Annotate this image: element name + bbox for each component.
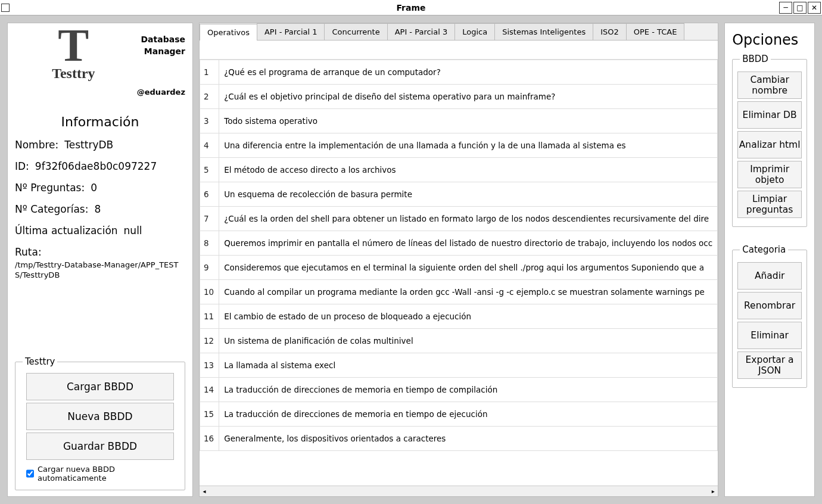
question-text: Una diferencia entre la implementación d…	[219, 133, 718, 158]
save-bbdd-button[interactable]: Guardar BBDD	[26, 433, 174, 460]
table-row[interactable]: 13La llamada al sistema execl	[200, 353, 718, 378]
row-number: 3	[200, 109, 219, 133]
tab-api-parcial-3[interactable]: API - Parcial 3	[387, 23, 456, 40]
new-bbdd-button[interactable]: Nueva BBDD	[26, 403, 174, 430]
a-adir-button[interactable]: Añadir	[737, 262, 802, 290]
load-bbdd-button[interactable]: Cargar BBDD	[26, 373, 174, 400]
tab-ope-tcae[interactable]: OPE - TCAE	[626, 23, 685, 40]
horizontal-scrollbar[interactable]: ◂ ▸	[200, 486, 718, 496]
tab-concurrente[interactable]: Concurrente	[324, 23, 387, 40]
auto-load-row[interactable]: Cargar nueva BBDD automaticamente	[26, 465, 174, 483]
row-number: 1	[200, 60, 219, 85]
info-nq-value: 0	[91, 182, 97, 194]
brand-meta: Database Manager @eduardez	[137, 29, 185, 98]
table-header-spacer	[200, 41, 718, 60]
question-table-wrap[interactable]: 1¿Qué es el programa de arranque de un c…	[200, 41, 718, 486]
question-text: ¿Qué es el programa de arranque de un co…	[219, 60, 718, 85]
categoria-legend: Categoria	[740, 244, 788, 255]
row-number: 14	[200, 378, 219, 402]
question-text: Consideremos que ejecutamos en el termin…	[219, 256, 718, 280]
question-table: 1¿Qué es el programa de arranque de un c…	[200, 60, 718, 451]
tab-logica[interactable]: Logica	[454, 23, 495, 40]
table-row[interactable]: 7¿Cuál es la orden del shell para obtene…	[200, 207, 718, 231]
bbdd-legend: BBDD	[740, 54, 771, 64]
options-heading: Opciones	[732, 32, 807, 48]
table-row[interactable]: 5El método de acceso directo a los archi…	[200, 158, 718, 182]
tab-iso2[interactable]: ISO2	[593, 23, 627, 40]
close-button[interactable]: ✕	[808, 2, 821, 14]
table-row[interactable]: 4Una diferencia entre la implementación …	[200, 133, 718, 158]
minimize-button[interactable]: ─	[779, 2, 792, 14]
info-id-value: 9f32f06dae8b0c097227	[35, 160, 157, 172]
table-row[interactable]: 3Todo sistema operativo	[200, 109, 718, 133]
table-row[interactable]: 12Un sistema de planificación de colas m…	[200, 329, 718, 353]
info-path-label: Ruta:	[15, 246, 42, 258]
auto-load-label: Cargar nueva BBDD automaticamente	[38, 465, 174, 483]
imprimir-objeto-button[interactable]: Imprimir objeto	[737, 161, 802, 188]
question-text: El método de acceso directo a los archiv…	[219, 158, 718, 182]
info-path-value: /tmp/Testtry-Database-Manager/APP_TESTS/…	[15, 260, 185, 281]
table-row[interactable]: 1¿Qué es el programa de arranque de un c…	[200, 60, 718, 85]
scroll-left-icon[interactable]: ◂	[200, 488, 209, 494]
table-row[interactable]: 9Consideremos que ejecutamos en el termi…	[200, 256, 718, 280]
scroll-right-icon[interactable]: ▸	[708, 488, 718, 494]
row-number: 9	[200, 256, 219, 280]
question-text: El cambio de estado de un proceso de blo…	[219, 304, 718, 329]
tab-sistemas-inteligentes[interactable]: Sistemas Inteligentes	[494, 23, 593, 40]
info-upd-label: Última actualización	[15, 225, 118, 237]
table-row[interactable]: 14La traducción de direcciones de memori…	[200, 378, 718, 402]
cambiar-nombre-button[interactable]: Cambiar nombre	[737, 71, 802, 99]
window-icon	[1, 4, 10, 12]
table-row[interactable]: 10Cuando al compilar un programa mediant…	[200, 280, 718, 304]
row-number: 11	[200, 304, 219, 329]
renombrar-button[interactable]: Renombrar	[737, 292, 802, 319]
eliminar-button[interactable]: Eliminar	[737, 322, 802, 349]
row-number: 7	[200, 207, 219, 231]
exportar-a-json-button[interactable]: Exportar a JSON	[737, 351, 802, 379]
table-row[interactable]: 8Queremos imprimir en pantalla el número…	[200, 231, 718, 256]
row-number: 15	[200, 402, 219, 427]
categoria-fieldset: Categoria AñadirRenombrarEliminarExporta…	[732, 250, 807, 388]
window-titlebar: Frame ─ □ ✕	[0, 0, 822, 15]
row-number: 10	[200, 280, 219, 304]
testtry-fieldset: Testtry Cargar BBDD Nueva BBDD Guardar B…	[15, 362, 185, 490]
bbdd-fieldset: BBDD Cambiar nombreEliminar DBAnalizar h…	[732, 59, 807, 227]
info-id-label: ID:	[15, 160, 29, 172]
question-text: Todo sistema operativo	[219, 109, 718, 133]
brand-letter: T	[15, 29, 132, 62]
table-row[interactable]: 6Un esquema de recolección de basura per…	[200, 182, 718, 207]
info-upd-value: null	[124, 225, 142, 237]
window-title: Frame	[396, 3, 425, 13]
question-text: Queremos imprimir en pantalla el número …	[219, 231, 718, 256]
question-text: La traducción de direcciones de memoria …	[219, 378, 718, 402]
limpiar-preguntas-button[interactable]: Limpiar preguntas	[737, 191, 802, 218]
table-row[interactable]: 15La traducción de direcciones de memori…	[200, 402, 718, 427]
info-nc-value: 8	[94, 203, 101, 215]
brand-name: Testtry	[15, 66, 132, 82]
table-row[interactable]: 2¿Cuál es el objetivo principal de diseñ…	[200, 85, 718, 109]
info-heading: Información	[15, 114, 185, 129]
question-text: ¿Cuál es la orden del shell para obtener…	[219, 207, 718, 231]
question-text: Cuando al compilar un programa mediante …	[219, 280, 718, 304]
tab-bar: OperativosAPI - Parcial 1ConcurrenteAPI …	[200, 23, 718, 41]
row-number: 13	[200, 353, 219, 378]
table-row[interactable]: 16Generalmente, los dispositivos orienta…	[200, 427, 718, 451]
tab-api-parcial-1[interactable]: API - Parcial 1	[257, 23, 325, 40]
brand-handle: @eduardez	[137, 87, 185, 98]
question-text: Un esquema de recolección de basura perm…	[219, 182, 718, 207]
table-row[interactable]: 11El cambio de estado de un proceso de b…	[200, 304, 718, 329]
analizar-html-button[interactable]: Analizar html	[737, 131, 802, 158]
info-name-value: TesttryDB	[64, 139, 113, 151]
brand-logo: T Testtry	[15, 29, 132, 82]
row-number: 2	[200, 85, 219, 109]
info-name-label: Nombre:	[15, 139, 58, 151]
auto-load-checkbox[interactable]	[26, 469, 34, 478]
question-text: Un sistema de planificación de colas mul…	[219, 329, 718, 353]
tab-operativos[interactable]: Operativos	[200, 24, 257, 41]
eliminar-db-button[interactable]: Eliminar DB	[737, 101, 802, 129]
maximize-button[interactable]: □	[793, 2, 807, 14]
row-number: 5	[200, 158, 219, 182]
center-panel: OperativosAPI - Parcial 1ConcurrenteAPI …	[199, 23, 718, 497]
left-panel: T Testtry Database Manager @eduardez Inf…	[7, 23, 193, 497]
testtry-legend: Testtry	[23, 356, 57, 367]
